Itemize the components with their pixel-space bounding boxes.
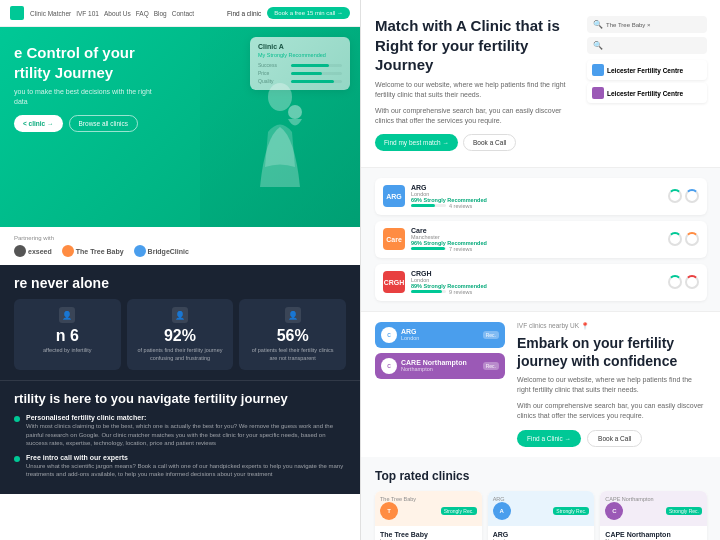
top-rated-name-0: The Tree Baby — [380, 531, 477, 538]
nav-faq[interactable]: FAQ — [136, 10, 149, 17]
spinner-1 — [685, 189, 699, 203]
nav-ivf101[interactable]: IVF 101 — [76, 10, 99, 17]
stat-icon-0: 👤 — [59, 307, 75, 323]
right-clinic-loc-0: London — [401, 335, 419, 341]
info-dot-1 — [14, 456, 20, 462]
right-clinic-snippet-1: Leicester Fertility Centre — [587, 60, 707, 80]
partner-bridgeclinic: BridgeClinic — [134, 245, 189, 257]
info-title: rtility is here to you navigate fertilit… — [14, 391, 346, 406]
stat-card-2: 👤 56% of patients feel their fertility c… — [239, 299, 346, 370]
info-section: rtility is here to you navigate fertilit… — [0, 380, 360, 494]
clinic-snippet-icon-1 — [592, 64, 604, 76]
right-clinic-badge-1: Rec. — [483, 362, 499, 370]
book-call-ivf-button[interactable]: Book a Call — [587, 430, 642, 447]
logo-icon — [10, 6, 24, 20]
mini-clinic-spinners-0 — [668, 189, 699, 203]
top-rated-card-0: The Tree Baby T Strongly Rec. The Tree B… — [375, 491, 482, 540]
mini-pbar-fill-2 — [411, 290, 442, 293]
info-dot-0 — [14, 416, 20, 422]
mini-clinic-avatar-2: CRGH — [383, 271, 405, 293]
mini-clinic-name-1: Care — [411, 227, 662, 234]
top-rated-header-1: ARG A Strongly Rec. — [488, 491, 595, 526]
svg-point-1 — [288, 105, 302, 119]
find-clinic-button[interactable]: < clinic → — [14, 115, 63, 132]
mini-pbar-fill-0 — [411, 204, 435, 207]
mini-clinic-avatar-1: Care — [383, 228, 405, 250]
top-rated-name-1: ARG — [493, 531, 590, 538]
book-free-call-button[interactable]: Book a free 15 min call → — [267, 7, 350, 19]
top-rated-logo-1: A — [493, 502, 511, 520]
mini-clinic-progress-0: 4 reviews — [411, 203, 662, 209]
right-clinic-header-1: C CARE Northampton Northampton Rec. — [375, 353, 505, 379]
clinic-snippet-name-1: Leicester Fertility Centre — [607, 67, 683, 74]
mini-clinic-spinners-1 — [668, 232, 699, 246]
top-rated-body-1: ARG London 9.37 out of 10 IVF per cycle:… — [488, 526, 595, 540]
book-call-button-right[interactable]: Book a Call — [463, 134, 516, 151]
stat-desc-1: of patients find their fertility journey… — [135, 347, 226, 362]
mini-clinic-cards: ARG ARG London 69% Strongly Recommended … — [375, 178, 707, 301]
top-rated-badge-1: Strongly Rec. — [553, 507, 589, 515]
nav-clinic-matcher[interactable]: Clinic Matcher — [30, 10, 71, 17]
search-bar-1[interactable]: 🔍 The Tree Baby × — [587, 16, 707, 33]
mini-clinic-card-0: ARG ARG London 69% Strongly Recommended … — [375, 178, 707, 215]
mini-clinic-progress-2: 9 reviews — [411, 289, 662, 295]
stat-card-1: 👤 92% of patients find their fertility j… — [127, 299, 234, 370]
spinner-2 — [668, 232, 682, 246]
left-nav: Clinic Matcher IVF 101 About Us FAQ Blog… — [0, 0, 360, 27]
right-subtitle-2: With our comprehensive search bar, you c… — [375, 106, 577, 127]
spinner-5 — [685, 275, 699, 289]
stat-number-0: n 6 — [22, 327, 113, 345]
nav-contact[interactable]: Contact — [172, 10, 194, 17]
top-rated-body-2: CAPE Northampton Northampton 9.12 out of… — [600, 526, 707, 540]
top-rated-title: Top rated clinics — [375, 469, 707, 483]
ivf-and-clinics-section: C ARG London Rec. C CARE Northampton Nor… — [361, 311, 720, 457]
search-value-1: The Tree Baby × — [606, 22, 651, 28]
find-clinic-link[interactable]: Find a clinic — [227, 10, 261, 17]
nav-links: Clinic Matcher IVF 101 About Us FAQ Blog… — [30, 10, 221, 17]
mini-clinic-info-2: CRGH London 89% Strongly Recommended 9 r… — [411, 270, 662, 295]
mini-clinic-name-2: CRGH — [411, 270, 662, 277]
mini-clinic-card-1: Care Care Manchester 96% Strongly Recomm… — [375, 221, 707, 258]
hero-image-area — [200, 27, 360, 227]
top-rated-logo-2: C — [605, 502, 623, 520]
ivf-title: Embark on your fertility journey with co… — [517, 334, 707, 370]
partner-exseed: exseed — [14, 245, 52, 257]
search-icon-2: 🔍 — [593, 41, 603, 50]
ivf-text-2: With our comprehensive search bar, you c… — [517, 401, 707, 422]
right-clinic-badge-0: Rec. — [483, 331, 499, 339]
mini-clinic-name-0: ARG — [411, 184, 662, 191]
stat-desc-2: of patients feel their fertility clinics… — [247, 347, 338, 362]
right-top-search-area: 🔍 The Tree Baby × 🔍 Leicester Fertility … — [587, 16, 707, 151]
mini-clinic-reviews-0: 4 reviews — [449, 203, 472, 209]
info-heading-1: Free intro call with our experts — [26, 454, 346, 461]
partner-thetreebaby: The Tree Baby — [62, 245, 124, 257]
right-clinic-card-1: C CARE Northampton Northampton Rec. — [375, 353, 505, 379]
top-rated-card-2: CAPE Northampton C Strongly Rec. CAPE No… — [600, 491, 707, 540]
spinner-4 — [668, 275, 682, 289]
nav-about[interactable]: About Us — [104, 10, 131, 17]
top-rated-section: Top rated clinics The Tree Baby T Strong… — [361, 457, 720, 540]
right-panel: Match with A Clinic that is Right for yo… — [361, 0, 720, 540]
mini-clinic-avatar-0: ARG — [383, 185, 405, 207]
find-best-match-button[interactable]: Find my best match → — [375, 134, 458, 151]
right-top-section: Match with A Clinic that is Right for yo… — [361, 0, 720, 168]
right-subtitle-1: Welcome to our website, where we help pa… — [375, 80, 577, 101]
partner-logos: exseed The Tree Baby BridgeClinic — [14, 245, 346, 257]
clinic-snippet-name-2: Leicester Fertility Centre — [607, 90, 683, 97]
partner-label: Partnering with — [14, 235, 346, 241]
hero-illustration — [240, 67, 320, 187]
nav-blog[interactable]: Blog — [154, 10, 167, 17]
ivf-buttons: Find a Clinic → Book a Call — [517, 430, 707, 447]
svg-point-0 — [268, 83, 292, 111]
browse-clinics-button[interactable]: Browse all clinics — [69, 115, 139, 132]
find-clinic-ivf-button[interactable]: Find a Clinic → — [517, 430, 581, 447]
mini-clinic-progress-1: 7 reviews — [411, 246, 662, 252]
hero-subtitle: you to make the best decisions with the … — [14, 87, 164, 107]
stat-icon-1: 👤 — [172, 307, 188, 323]
info-text-1: Unsure what the scientific jargon means?… — [26, 462, 346, 479]
right-clinic-logo-0: C — [381, 327, 397, 343]
right-clinic-card-0: C ARG London Rec. — [375, 322, 505, 348]
partner-section: Partnering with exseed The Tree Baby Bri… — [0, 227, 360, 265]
search-bar-2[interactable]: 🔍 — [587, 37, 707, 54]
top-rated-badge-2: Strongly Rec. — [666, 507, 702, 515]
